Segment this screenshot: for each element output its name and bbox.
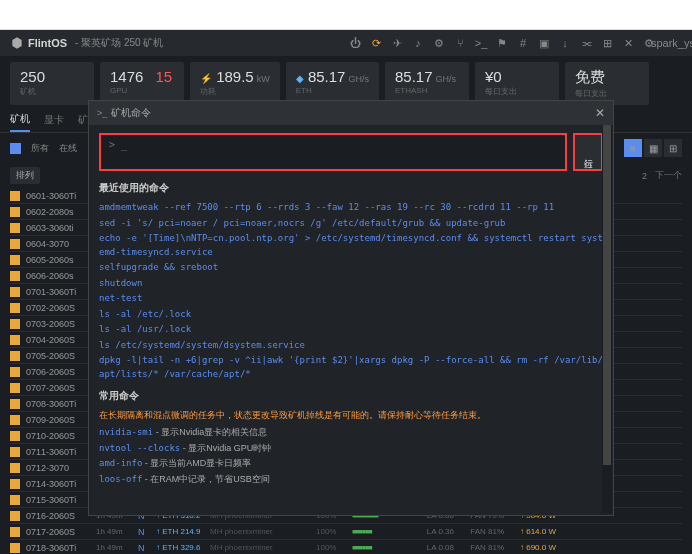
window-icon[interactable]: ▣ [538,37,550,49]
view-switcher: ≡ ▦ ⊞ [624,139,682,157]
recent-command[interactable]: ls /etc/systemd/system/dsystem.service [99,339,603,353]
scrollbar-thumb[interactable] [603,125,611,465]
stat-card: ◆ 85.17GH/sETH [286,62,379,105]
table-row[interactable]: 0717-2060S1h 49mN↑ ETH 214.9MH phoenixmi… [10,524,682,540]
row-checkbox[interactable] [10,207,20,217]
common-command[interactable]: nvidia-smi - 显示Nvidia显卡的相关信息 [99,426,603,440]
row-checkbox[interactable] [10,415,20,425]
next-page[interactable]: 下一个 [655,169,682,182]
settings-icon[interactable]: ✕ [622,37,634,49]
modal-title: 矿机命令 [111,106,151,120]
common-section-title: 常用命令 [99,389,603,403]
row-checkbox[interactable] [10,383,20,393]
recent-command[interactable]: sed -i 's/ pci=noaer / pci=noaer,nocrs /… [99,217,603,231]
command-input[interactable] [99,133,567,171]
row-checkbox[interactable] [10,271,20,281]
view-tiles-icon[interactable]: ⊞ [664,139,682,157]
row-checkbox[interactable] [10,463,20,473]
row-checkbox[interactable] [10,399,20,409]
recent-command[interactable]: ls -al /etc/.lock [99,308,603,322]
run-button[interactable]: 运行 [573,133,603,171]
sort-select[interactable]: 排列 [10,167,40,184]
row-checkbox[interactable] [10,367,20,377]
rocket-icon[interactable]: ✈ [391,37,403,49]
stat-card: 250矿机 [10,62,94,105]
modal-body: 运行 最近使用的命令 amdmemtweak --ref 7500 --rtp … [89,125,613,515]
modal-header: >_ 矿机命令 ✕ [89,101,613,125]
hash-icon[interactable]: # [517,37,529,49]
row-checkbox[interactable] [10,255,20,265]
row-checkbox[interactable] [10,223,20,233]
top-bar: FlintOS - 聚英矿场 250 矿机 ⏻ ⟳ ✈ ♪ ⚙ ⑂ >_ ⚑ #… [0,30,692,56]
table-row[interactable]: 0718-3060Ti1h 49mN↑ ETH 329.6MH phoenixm… [10,540,682,554]
logo[interactable]: FlintOS [10,36,67,50]
recent-command[interactable]: ls -al /usr/.lock [99,323,603,337]
branch-icon[interactable]: ⑂ [454,37,466,49]
warning-text: 在长期隔离和混点微调的任务中，状态更改导致矿机掉线是有可能的。请保持耐心等待任务… [99,409,603,422]
view-grid-icon[interactable]: ▦ [644,139,662,157]
recent-command[interactable]: shutdown [99,277,603,291]
row-checkbox[interactable] [10,191,20,201]
row-checkbox[interactable] [10,287,20,297]
row-checkbox[interactable] [10,351,20,361]
stat-card: ¥0每日支出 [475,62,559,105]
user-name[interactable]: spark_ysh [670,37,682,49]
row-checkbox[interactable] [10,511,20,521]
logo-icon [10,36,24,50]
flag-icon[interactable]: ⚑ [496,37,508,49]
row-checkbox[interactable] [10,479,20,489]
brand-name: FlintOS [28,37,67,49]
close-icon[interactable]: ✕ [595,106,605,120]
row-checkbox[interactable] [10,319,20,329]
page-number: 2 [642,171,647,181]
recent-section-title: 最近使用的命令 [99,181,603,195]
stat-card: ⚡ 189.5kW功耗 [190,62,280,105]
recent-command[interactable]: selfupgrade && sreboot [99,261,603,275]
common-command[interactable]: loos-off - 在RAM中记录，节省USB空间 [99,473,603,487]
tab-gpus[interactable]: 显卡 [44,113,64,131]
row-checkbox[interactable] [10,335,20,345]
row-checkbox[interactable] [10,431,20,441]
row-checkbox[interactable] [10,303,20,313]
tag-icon[interactable]: ⊞ [601,37,613,49]
top-toolbar: ⏻ ⟳ ✈ ♪ ⚙ ⑂ >_ ⚑ # ▣ ↓ ⫘ ⊞ ✕ ⚙ spark_ysh [349,37,682,49]
common-command[interactable]: nvtool --clocks - 显示Nvidia GPU时钟 [99,442,603,456]
recent-command[interactable]: echo -e '[Time]\nNTP=cn.pool.ntp.org' > … [99,232,603,259]
link-icon[interactable]: ⫘ [580,37,592,49]
stat-card: 85.17GH/sETHASH [385,62,469,105]
filter-all[interactable]: 所有 [31,142,49,155]
stat-card: 免费每日支出 [565,62,649,105]
row-checkbox[interactable] [10,527,20,537]
recent-command[interactable]: amdmemtweak --ref 7500 --rtp 6 --rrds 3 … [99,201,603,215]
sliders-icon[interactable]: ⚙ [433,37,445,49]
command-input-row: 运行 [99,133,603,171]
row-checkbox[interactable] [10,495,20,505]
filter-online[interactable]: 在线 [59,142,77,155]
select-all-checkbox[interactable] [10,143,21,154]
view-list-icon[interactable]: ≡ [624,139,642,157]
tune-icon[interactable]: ♪ [412,37,424,49]
common-command[interactable]: amd-info - 显示当前AMD显卡日频率 [99,457,603,471]
terminal-small-icon: >_ [97,108,107,118]
command-modal: >_ 矿机命令 ✕ 运行 最近使用的命令 amdmemtweak --ref 7… [88,100,614,516]
power-icon[interactable]: ⏻ [349,37,361,49]
terminal-icon[interactable]: >_ [475,37,487,49]
row-checkbox[interactable] [10,543,20,553]
recent-command[interactable]: net-test [99,292,603,306]
breadcrumb: - 聚英矿场 250 矿机 [75,36,163,50]
row-checkbox[interactable] [10,239,20,249]
tab-miners[interactable]: 矿机 [10,112,30,132]
stat-card: 147615GPU [100,62,184,105]
refresh-icon[interactable]: ⟳ [370,37,382,49]
browser-chrome [0,0,692,30]
download-icon[interactable]: ↓ [559,37,571,49]
modal-scrollbar[interactable] [602,125,612,513]
row-checkbox[interactable] [10,447,20,457]
recent-command[interactable]: dpkg -l|tail -n +6|grep -v ^ii|awk '{pri… [99,354,603,381]
